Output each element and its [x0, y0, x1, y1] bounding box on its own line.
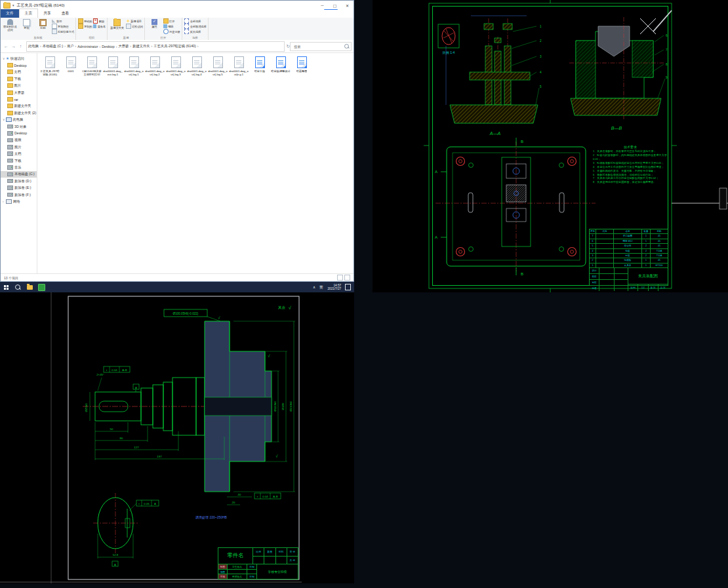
- tab-view[interactable]: 查看: [56, 9, 75, 18]
- file-item[interactable]: drw0001.dwg_out(-log.3: [166, 56, 186, 76]
- svg-text:5: 5: [540, 85, 542, 88]
- parts-list-row: 3衬套2T10A: [590, 254, 668, 258]
- file-item[interactable]: 暗定工柄: [250, 56, 270, 76]
- breadcrumb-segment[interactable]: 本地磁盘 (C:): [43, 44, 67, 49]
- edit-button[interactable]: 编辑: [163, 24, 180, 29]
- copy-button[interactable]: 复制: [18, 18, 35, 29]
- sidebar-item[interactable]: Desktop: [1, 62, 37, 68]
- sidebar-item[interactable]: 音乐: [1, 164, 37, 170]
- copy-path-button[interactable]: 复制路径: [52, 24, 74, 29]
- invert-selection-button[interactable]: 反向选择: [184, 29, 207, 34]
- forward-button[interactable]: →: [10, 44, 17, 49]
- sidebar-item[interactable]: 图片: [1, 144, 37, 150]
- sidebar-quick-access[interactable]: ∨ ★ 快速访问: [1, 55, 37, 62]
- file-item[interactable]: drw0001.dwg_out(-log.2: [145, 56, 165, 76]
- cad-part-viewport[interactable]: 50 80 127 197 Ø25h6 2×45° ⌖0.04A-B A Ø10…: [0, 292, 354, 583]
- sidebar-item[interactable]: 下载: [1, 75, 37, 82]
- file-item[interactable]: 工艺夹具-297暗定稿 (6140): [40, 56, 60, 76]
- copy-to-button[interactable]: 复制到: [78, 24, 92, 29]
- delete-button[interactable]: 删除: [93, 18, 106, 24]
- sidebar-item[interactable]: Desktop: [1, 130, 37, 136]
- move-to-button[interactable]: 移动到: [78, 18, 92, 24]
- taskbar-cad-app-button[interactable]: [35, 282, 47, 292]
- maximize-button[interactable]: ▢: [329, 1, 341, 10]
- new-folder-button[interactable]: 新建文件夹: [109, 18, 125, 29]
- breadcrumb-segment[interactable]: 大赛题: [118, 44, 132, 49]
- sidebar-item[interactable]: 新加卷 (F:): [1, 191, 37, 198]
- back-button[interactable]: ←: [3, 44, 10, 49]
- up-button[interactable]: ↑: [17, 44, 24, 49]
- new-item-button[interactable]: 新建项目: [126, 18, 143, 24]
- taskbar-search-button[interactable]: [12, 282, 24, 292]
- file-item[interactable]: drw00001.dwg_out-log.1: [103, 56, 123, 76]
- sidebar-item[interactable]: 视频: [1, 137, 37, 144]
- breadcrumb-segment[interactable]: Administrator: [77, 45, 102, 49]
- open-button[interactable]: 打开: [163, 18, 180, 24]
- tab-home[interactable]: 主页: [19, 9, 39, 18]
- sidebar-item[interactable]: rar: [1, 96, 37, 102]
- select-all-button[interactable]: 全部选择: [184, 18, 207, 24]
- pin-to-quick-access-button[interactable]: 固定到快速访问: [2, 18, 18, 31]
- sidebar-item[interactable]: 3D 对象: [1, 123, 37, 130]
- properties-button[interactable]: 属性: [146, 18, 163, 28]
- file-item[interactable]: drw0001.dwg_out(-log.5: [208, 56, 228, 76]
- sidebar-item[interactable]: 新加卷 (D:): [1, 178, 37, 184]
- paste-shortcut-button[interactable]: 粘贴快捷方式: [52, 29, 74, 34]
- file-item[interactable]: 暗画整图: [292, 56, 312, 76]
- svg-text:Ø180: Ø180: [281, 402, 285, 410]
- sidebar-this-pc[interactable]: ∨ 此电脑: [1, 117, 37, 123]
- minimize-button[interactable]: ─: [316, 1, 329, 10]
- breadcrumb-segment[interactable]: 新建文件夹: [132, 44, 153, 49]
- sidebar-network[interactable]: › 网络: [1, 198, 37, 205]
- taskbar-clock[interactable]: 14:57 2021/7/27: [325, 284, 344, 291]
- sidebar-item[interactable]: 下载: [1, 157, 37, 164]
- tab-share[interactable]: 共享: [38, 9, 56, 18]
- sidebar-item[interactable]: 新加卷 (E:): [1, 184, 37, 191]
- thumbnail-view-icon[interactable]: [344, 275, 350, 281]
- close-button[interactable]: ✕: [341, 1, 354, 10]
- file-item[interactable]: drw0001.dwg_out(-log.4: [187, 56, 207, 76]
- easy-access-button[interactable]: 轻松访问: [126, 24, 143, 29]
- search-box[interactable]: [290, 42, 352, 51]
- input-language-indicator[interactable]: 英: [317, 285, 325, 290]
- folder-icon: [7, 104, 13, 108]
- file-item[interactable]: drw0001.dwg_out(e.g.1: [229, 56, 249, 76]
- breadcrumb[interactable]: 此电脑本地磁盘 (C:)用户AdministratorDesktop大赛题新建文…: [26, 41, 285, 52]
- file-icon: [234, 56, 244, 68]
- svg-text:⌖: ⌖: [256, 495, 258, 498]
- start-button[interactable]: [0, 282, 12, 292]
- taskbar-explorer-button[interactable]: [24, 282, 35, 292]
- breadcrumb-segment[interactable]: Desktop: [102, 45, 118, 49]
- tab-file[interactable]: 文件: [1, 9, 19, 18]
- paste-button[interactable]: 粘贴: [35, 18, 51, 29]
- sidebar-item[interactable]: 文档: [1, 150, 37, 157]
- breadcrumb-segment[interactable]: 用户: [67, 44, 77, 49]
- rename-button[interactable]: 重命名: [93, 24, 106, 29]
- file-item[interactable]: 暗定柄调整设计: [271, 56, 291, 76]
- explorer-titlebar[interactable]: ▾ 工艺夹具-297暗定稿 (6140) ─ ▢ ✕: [1, 1, 354, 10]
- sidebar-item[interactable]: 文档: [1, 69, 37, 75]
- quick-access-toolbar-caret[interactable]: ▾: [12, 3, 14, 7]
- search-input[interactable]: [293, 44, 344, 49]
- sidebar-item[interactable]: 本地磁盘 (C:): [1, 171, 37, 178]
- new-folder-icon: [113, 19, 121, 26]
- file-item[interactable]: drw0001.dwg_out(-log.1: [124, 56, 144, 76]
- svg-text:Ø25h6: Ø25h6: [85, 403, 88, 412]
- details-view-icon[interactable]: [337, 275, 343, 281]
- sidebar-item[interactable]: 图片: [1, 83, 37, 89]
- file-item[interactable]: CAD1403B决赛立体即时打印: [82, 56, 102, 76]
- select-none-button[interactable]: 全部取消选择: [184, 24, 207, 29]
- breadcrumb-segment[interactable]: 工艺夹具-297暗定稿 (6140): [153, 44, 199, 49]
- breadcrumb-segment[interactable]: 此电脑: [28, 44, 43, 49]
- action-center-icon[interactable]: [345, 284, 351, 290]
- sidebar-item[interactable]: 大赛题: [1, 89, 37, 96]
- sidebar-item[interactable]: 新建文件夹: [1, 103, 37, 109]
- cad-assembly-viewport[interactable]: 比例 1:4 1: [373, 0, 728, 292]
- history-button[interactable]: 历史记录: [163, 29, 180, 34]
- sidebar-item[interactable]: 新建文件夹 (2): [1, 109, 37, 116]
- tray-expand-icon[interactable]: ∧: [311, 285, 317, 289]
- file-item[interactable]: 0001: [61, 56, 81, 76]
- drive-icon: [7, 165, 13, 170]
- cut-button[interactable]: 剪切: [52, 18, 74, 24]
- svg-text:A: A: [435, 235, 437, 239]
